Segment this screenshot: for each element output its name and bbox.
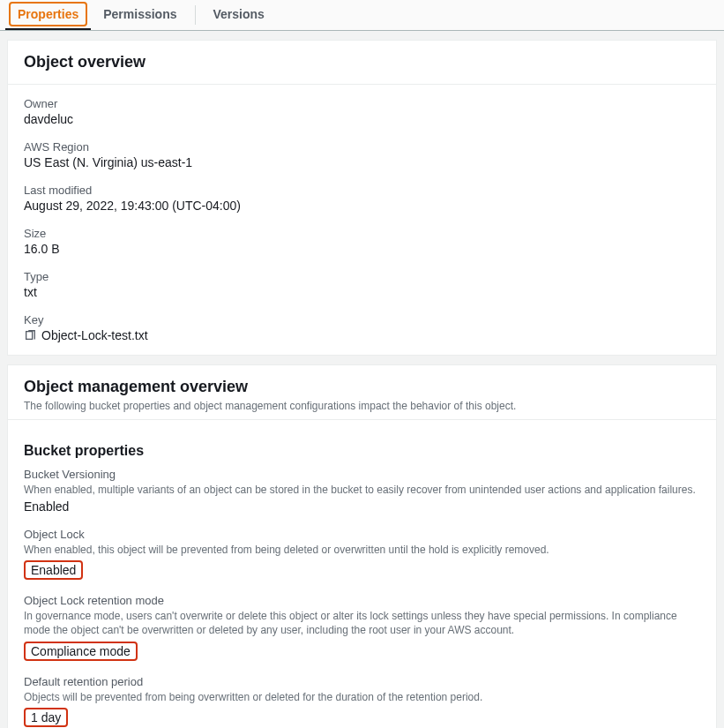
tab-versions[interactable]: Versions (201, 0, 277, 30)
mgmt-header: Object management overview The following… (8, 365, 716, 420)
versioning-value: Enabled (24, 499, 700, 514)
tab-versions-label: Versions (213, 7, 265, 21)
size-value: 16.0 B (24, 242, 700, 256)
region-label: AWS Region (24, 140, 700, 154)
type-label: Type (24, 270, 700, 283)
bucket-properties-title: Bucket properties (24, 443, 700, 459)
mode-label: Object Lock retention mode (24, 594, 700, 607)
versioning-label: Bucket Versioning (24, 468, 700, 481)
field-type: Type txt (24, 270, 700, 299)
overview-body: Owner davdeluc AWS Region US East (N. Vi… (8, 85, 716, 355)
modified-label: Last modified (24, 184, 700, 197)
owner-value: davdeluc (24, 112, 700, 126)
tab-permissions[interactable]: Permissions (91, 0, 189, 30)
copy-icon[interactable] (24, 329, 36, 341)
lock-label: Object Lock (24, 528, 700, 541)
object-overview-panel: Object overview Owner davdeluc AWS Regio… (7, 40, 717, 356)
tab-permissions-label: Permissions (103, 7, 176, 21)
panel-header: Object overview (8, 41, 716, 85)
field-versioning: Bucket Versioning When enabled, multiple… (24, 468, 700, 514)
versioning-desc: When enabled, multiple variants of an ob… (24, 483, 700, 497)
mode-value: Compliance mode (24, 642, 138, 661)
mode-desc: In governance mode, users can't overwrit… (24, 609, 700, 637)
owner-label: Owner (24, 97, 700, 110)
field-last-modified: Last modified August 29, 2022, 19:43:00 … (24, 184, 700, 213)
svg-rect-0 (26, 332, 33, 340)
key-label: Key (24, 313, 700, 326)
mgmt-body: Bucket properties Bucket Versioning When… (8, 420, 716, 728)
retention-value: 1 day (24, 708, 68, 727)
retention-desc: Objects will be prevented from being ove… (24, 690, 700, 704)
field-retention-period: Default retention period Objects will be… (24, 675, 700, 727)
tab-bar: Properties Permissions Versions (0, 0, 724, 31)
field-region: AWS Region US East (N. Virginia) us-east… (24, 140, 700, 169)
object-management-panel: Object management overview The following… (7, 364, 717, 728)
size-label: Size (24, 227, 700, 240)
field-object-lock: Object Lock When enabled, this object wi… (24, 528, 700, 580)
page-title: Object overview (24, 53, 700, 71)
lock-desc: When enabled, this object will be preven… (24, 543, 700, 557)
modified-value: August 29, 2022, 19:43:00 (UTC-04:00) (24, 199, 700, 213)
tab-properties[interactable]: Properties (5, 0, 91, 30)
tab-divider (195, 5, 196, 25)
key-row: Object-Lock-test.txt (24, 328, 700, 342)
mgmt-title: Object management overview (24, 378, 700, 396)
field-owner: Owner davdeluc (24, 97, 700, 126)
field-retention-mode: Object Lock retention mode In governance… (24, 594, 700, 660)
type-value: txt (24, 285, 700, 299)
field-size: Size 16.0 B (24, 227, 700, 256)
key-value: Object-Lock-test.txt (41, 328, 148, 342)
mgmt-sub: The following bucket properties and obje… (24, 399, 700, 414)
field-key: Key Object-Lock-test.txt (24, 313, 700, 342)
region-value: US East (N. Virginia) us-east-1 (24, 155, 700, 169)
lock-value: Enabled (24, 560, 83, 580)
tab-properties-label: Properties (18, 7, 78, 21)
retention-label: Default retention period (24, 675, 700, 688)
